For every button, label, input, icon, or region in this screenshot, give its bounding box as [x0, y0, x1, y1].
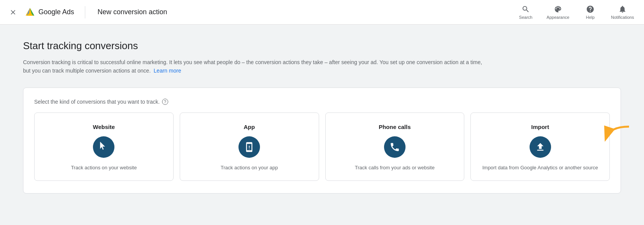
app-card-icon: [238, 136, 260, 158]
card-subtitle: Select the kind of conversions that you …: [34, 99, 610, 105]
mobile-icon: [244, 142, 255, 152]
conversion-cards: Website Track actions on your website Ap…: [34, 112, 610, 181]
help-label: Help: [586, 15, 595, 20]
import-card-desc: Import data from Google Analytics or ano…: [482, 164, 598, 172]
header-divider: [85, 6, 85, 18]
app-card[interactable]: App Track actions on your app: [180, 112, 319, 181]
page-heading: Start tracking conversions: [23, 40, 621, 52]
appearance-icon: [554, 5, 562, 13]
notifications-button[interactable]: Notifications: [607, 2, 638, 23]
close-button[interactable]: [6, 5, 20, 19]
header: Google Ads New conversion action Search …: [0, 0, 644, 25]
logo-text: Google Ads: [38, 8, 74, 16]
appearance-label: Appearance: [546, 15, 569, 20]
help-icon: [586, 5, 594, 13]
app-card-title: App: [244, 124, 255, 130]
search-button[interactable]: Search: [510, 2, 541, 23]
import-card[interactable]: Import Import data from Google Analytics…: [470, 112, 610, 181]
header-nav: Search Appearance Help Notifications: [510, 2, 638, 23]
help-button[interactable]: Help: [575, 2, 606, 23]
search-label: Search: [519, 15, 533, 20]
main-content: Start tracking conversions Conversion tr…: [0, 25, 644, 209]
notifications-label: Notifications: [611, 15, 634, 20]
card-subtitle-text: Select the kind of conversions that you …: [34, 99, 160, 105]
website-card-title: Website: [93, 124, 115, 130]
cursor-icon: [98, 142, 109, 152]
logo-icon: [25, 7, 35, 18]
phone-card-icon: [384, 136, 406, 158]
card-container: Select the kind of conversions that you …: [23, 88, 621, 194]
search-icon: [521, 5, 530, 13]
phone-card-desc: Track calls from your ads or website: [355, 164, 435, 172]
google-ads-logo: Google Ads: [25, 7, 74, 18]
description: Conversion tracking is critical to succe…: [23, 58, 484, 75]
upload-icon: [535, 142, 546, 152]
description-text: Conversion tracking is critical to succe…: [23, 59, 482, 74]
learn-more-link[interactable]: Learn more: [154, 68, 181, 74]
phone-icon: [389, 142, 400, 152]
page-title: New conversion action: [98, 8, 167, 16]
website-card-icon: [93, 136, 114, 158]
bell-icon: [618, 5, 627, 13]
website-card-desc: Track actions on your website: [71, 164, 137, 172]
card-help-icon[interactable]: ?: [162, 99, 168, 105]
import-card-title: Import: [531, 124, 549, 130]
phone-card-title: Phone calls: [379, 124, 411, 130]
import-card-icon: [530, 136, 551, 158]
app-card-desc: Track actions on your app: [221, 164, 278, 172]
header-left: Google Ads New conversion action: [6, 5, 167, 19]
website-card[interactable]: Website Track actions on your website: [34, 112, 174, 181]
appearance-button[interactable]: Appearance: [543, 2, 573, 23]
phone-card[interactable]: Phone calls Track calls from your ads or…: [325, 112, 465, 181]
